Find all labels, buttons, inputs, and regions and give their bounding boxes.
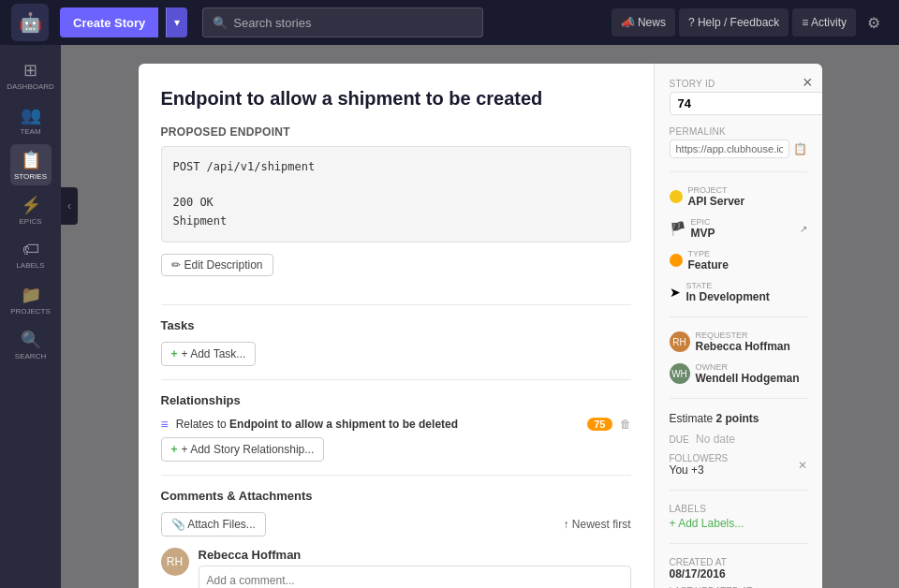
comment-area: RH Rebecca Hoffman [161,548,631,588]
type-value: Feature [688,258,729,272]
sidebar-item-projects[interactable]: 📁 PROJECTS [10,279,52,320]
type-dot [670,254,683,267]
permalink-input[interactable] [670,140,789,158]
estimate-value: 2 points [716,412,759,425]
sidebar-label-epics: EPICS [19,217,41,226]
state-row[interactable]: ➤ State In Development [670,281,807,303]
modal-close-button[interactable]: × [803,73,813,93]
modal-content-right: Story ID ⚙ Permalink 📋 Project [654,64,822,588]
comments-header: Comments & Attachments [161,489,631,503]
create-story-caret[interactable]: ▾ [166,7,187,37]
requester-row[interactable]: RH Requester Rebecca Hoffman [670,331,807,353]
followers-label: Followers [670,453,729,463]
logo-icon: 🤖 [19,11,42,34]
divider-r1 [670,171,807,172]
team-icon: 👥 [21,105,41,125]
epics-icon: ⚡ [21,195,41,215]
attach-files-button[interactable]: 📎 Attach Files... [161,512,266,537]
labels-icon: 🏷 [22,240,39,259]
state-arrow-icon: ➤ [670,285,681,300]
project-value: API Server [688,195,745,208]
sidebar-item-labels[interactable]: 🏷 LABELS [10,234,52,275]
created-value: 08/17/2016 [670,567,807,581]
relationship-link[interactable]: Endpoint to allow a shipment to be delet… [229,418,458,431]
newest-first-button[interactable]: ↑ Newest first [563,518,630,531]
search-icon: 🔍 [213,16,228,30]
due-row: Due No date [670,433,807,446]
epic-label: Epic [691,217,794,227]
divider-r3 [670,398,807,399]
followers-clear-button[interactable]: ✕ [798,459,807,472]
comment-input[interactable] [199,566,631,588]
main-area: × Endpoint to allow a shipment to be cre… [61,45,899,588]
commenter-avatar: RH [161,548,189,576]
sidebar-item-stories[interactable]: 📋 STORIES [10,144,52,185]
owner-value: Wendell Hodgeman [696,372,800,385]
labels-label: Labels [670,504,807,514]
epic-external-link-icon[interactable]: ↗ [800,224,807,234]
edit-description-button[interactable]: ✏ Edit Description [161,254,273,276]
relationships-title: Relationships [161,393,631,407]
labels-row: Labels + Add Labels... [670,504,807,530]
due-value: No date [696,433,735,446]
divider-1 [161,304,631,305]
sidebar-item-epics[interactable]: ⚡ EPICS [10,189,52,230]
search-icon-sidebar: 🔍 [21,330,41,350]
copy-permalink-button[interactable]: 📋 [793,142,807,155]
epic-value: MVP [691,227,794,240]
code-block: POST /api/v1/shipment200 OKShipment [161,146,631,243]
add-task-button[interactable]: + + Add Task... [161,342,257,366]
sidebar-label-projects: PROJECTS [10,307,51,316]
story-id-input[interactable] [670,92,822,115]
divider-2 [161,379,631,380]
left-sidebar: ⊞ DASHBOARD 👥 TEAM 📋 STORIES ⚡ EPICS 🏷 L… [0,45,61,588]
type-row[interactable]: Type Feature [670,249,807,272]
attach-row: 📎 Attach Files... ↑ Newest first [161,512,631,537]
permalink-label: Permalink [670,126,807,137]
pencil-icon: ✏ [171,258,181,272]
followers-value: You +3 [670,463,704,477]
state-value: In Development [686,290,770,303]
tasks-title: Tasks [161,318,631,332]
sidebar-item-dashboard[interactable]: ⊞ DASHBOARD [10,54,52,96]
project-row[interactable]: Project API Server [670,185,807,208]
sidebar-label-search: SEARCH [15,352,46,360]
relationship-item: ≡ Relates to Endpoint to allow a shipmen… [161,417,631,432]
story-id-row: ⚙ [670,92,807,115]
project-dot [670,190,683,203]
modal-title: Endpoint to allow a shipment to be creat… [161,86,631,110]
created-row: Created at 08/17/2016 [670,557,807,581]
followers-row: Followers You +3 ✕ [670,453,807,477]
divider-r5 [670,543,807,544]
story-id-label: Story ID [670,79,807,89]
epic-flag-icon: 🏴 [670,221,685,236]
projects-icon: 📁 [21,285,41,305]
news-button[interactable]: 📣 News [612,8,675,37]
sidebar-item-search[interactable]: 🔍 SEARCH [10,324,52,365]
created-label: Created at [670,557,807,567]
requester-label: Requester [696,331,790,340]
divider-3 [161,475,631,476]
sidebar-label-labels: LABELS [16,261,44,270]
search-placeholder: Search stories [233,16,311,30]
modal-overlay: × Endpoint to allow a shipment to be cre… [61,45,899,588]
top-nav: 🤖 Create Story ▾ 🔍 Search stories 📣 News… [0,0,899,45]
owner-label: Owner [696,362,800,372]
relationship-badge: 75 [587,418,612,431]
relationship-text: Relates to Endpoint to allow a shipment … [176,418,581,431]
activity-button[interactable]: ≡ Activity [792,8,856,37]
help-button[interactable]: ? Help / Feedback [679,8,788,37]
epic-row[interactable]: 🏴 Epic MVP ↗ [670,217,807,240]
proposed-endpoint-label: Proposed endpoint [161,125,631,139]
add-labels-button[interactable]: + Add Labels... [670,517,744,530]
requester-value: Rebecca Hoffman [696,340,790,353]
relationship-delete-button[interactable]: 🗑 [620,418,631,431]
create-story-button[interactable]: Create Story [60,7,158,37]
sidebar-item-team[interactable]: 👥 TEAM [10,99,52,140]
divider-r2 [670,316,807,317]
sidebar-label-dashboard: DASHBOARD [7,82,54,91]
settings-button[interactable]: ⚙ [860,10,888,36]
owner-row[interactable]: WH Owner Wendell Hodgeman [670,362,807,385]
comment-input-area: Rebecca Hoffman [199,548,631,588]
add-relationship-button[interactable]: + + Add Story Relationship... [161,437,325,462]
